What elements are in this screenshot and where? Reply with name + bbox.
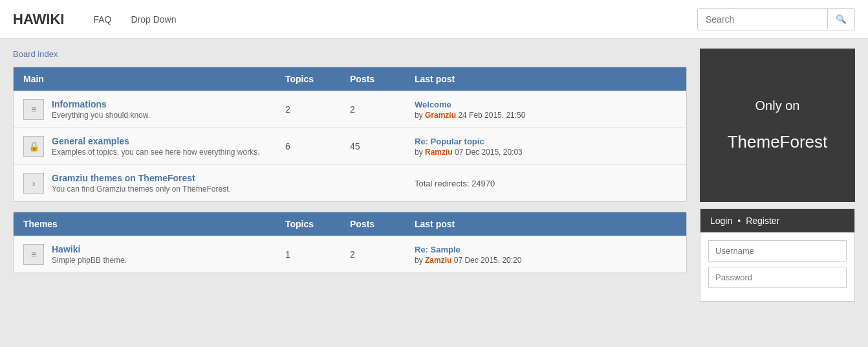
col-lastpost-themes: Last post — [415, 219, 677, 229]
posts-count-hawiki: 2 — [350, 249, 415, 260]
table-row: ≡ Hawiki Simple phpBB theme. 1 2 Re: Sam… — [14, 236, 686, 273]
last-post-informations: Welcome by Gramziu 24 Feb 2015, 21:50 — [415, 99, 677, 120]
login-block: Login • Register — [700, 208, 855, 302]
login-header: Login • Register — [700, 209, 854, 232]
redirect-info: Total redirects: 24970 — [415, 178, 677, 188]
col-posts-themes: Posts — [350, 219, 415, 229]
forum-link-general[interactable]: General examples — [52, 136, 260, 146]
col-title-themes: Themes — [23, 219, 285, 229]
forum-link-hawiki[interactable]: Hawiki — [52, 244, 127, 254]
username-input[interactable] — [708, 240, 847, 262]
login-body — [700, 232, 854, 301]
last-post-by-hawiki: by Zamziu 07 Dec 2015, 20:20 — [415, 256, 677, 265]
ad-line2: ThemeForest — [713, 129, 842, 156]
forum-icon-general: 🔒 — [23, 136, 44, 157]
last-post-general: Re: Popular topic by Ramziu 07 Dec 2015,… — [415, 136, 677, 157]
search-icon: 🔍 — [836, 14, 847, 24]
forum-title-cell: Gramziu themes on ThemeForest You can fi… — [52, 173, 231, 194]
forum-icon-informations: ≡ — [23, 99, 44, 120]
list-icon: ≡ — [31, 104, 36, 115]
table-row: ≡ Informations Everything you should kno… — [14, 91, 686, 128]
forum-section-themes: Themes Topics Posts Last post ≡ Hawiki S… — [13, 212, 687, 273]
forum-link-gramziu[interactable]: Gramziu themes on ThemeForest — [52, 173, 231, 183]
password-input[interactable] — [708, 267, 847, 288]
search-input[interactable] — [698, 9, 827, 30]
ad-line1: Only on — [713, 95, 842, 116]
last-post-author-general[interactable]: Ramziu — [425, 148, 453, 157]
redirect-text: Total redirects: 24970 — [415, 179, 495, 188]
nav-dropdown[interactable]: Drop Down — [121, 9, 186, 30]
col-title-main: Main — [23, 74, 285, 84]
table-row: 🔒 General examples Examples of topics, y… — [14, 128, 686, 164]
last-post-by-general: by Ramziu 07 Dec 2015, 20:03 — [415, 148, 677, 157]
sidebar-ad-block: Only on ThemeForest — [700, 49, 855, 202]
nav-faq[interactable]: FAQ — [83, 9, 121, 30]
main-nav: FAQ Drop Down — [83, 9, 697, 30]
login-link[interactable]: Login — [710, 216, 732, 226]
login-separator: • — [737, 216, 741, 226]
site-logo[interactable]: HAWIKI — [13, 11, 64, 28]
forum-title-cell: Informations Everything you should know. — [52, 99, 150, 120]
last-post-date-informations: 24 Feb 2015, 21:50 — [458, 111, 525, 120]
forum-title-cell: Hawiki Simple phpBB theme. — [52, 244, 127, 265]
search-box: 🔍 — [697, 8, 855, 30]
main-wrapper: Board index Main Topics Posts Last post … — [0, 39, 868, 311]
lock-icon: 🔒 — [28, 141, 39, 151]
forum-link-informations[interactable]: Informations — [52, 99, 150, 109]
list-icon: ≡ — [31, 249, 36, 260]
topics-count-general: 6 — [285, 141, 350, 151]
forum-icon-gramziu: › — [23, 173, 44, 194]
posts-count-informations: 2 — [350, 104, 415, 115]
table-row: › Gramziu themes on ThemeForest You can … — [14, 164, 686, 201]
last-post-date-general: 07 Dec 2015, 20:03 — [455, 148, 523, 157]
register-link[interactable]: Register — [746, 216, 779, 226]
last-post-link-informations[interactable]: Welcome — [415, 100, 451, 109]
forum-desc-informations: Everything you should know. — [52, 111, 150, 120]
topics-count-hawiki: 1 — [285, 249, 350, 260]
last-post-date-hawiki: 07 Dec 2015, 20:20 — [454, 256, 522, 265]
forum-section-header-themes: Themes Topics Posts Last post — [14, 212, 686, 236]
forum-desc-general: Examples of topics, you can see here how… — [52, 148, 260, 157]
last-post-link-hawiki[interactable]: Re: Sample — [415, 245, 461, 254]
col-topics-main: Topics — [285, 74, 350, 84]
search-button[interactable]: 🔍 — [827, 9, 854, 29]
header: HAWIKI FAQ Drop Down 🔍 — [0, 0, 868, 39]
forum-icon-cell: ≡ Informations Everything you should kno… — [23, 99, 285, 120]
col-topics-themes: Topics — [285, 219, 350, 229]
forum-icon-cell: 🔒 General examples Examples of topics, y… — [23, 136, 285, 157]
col-posts-main: Posts — [350, 74, 415, 84]
content-area: Board index Main Topics Posts Last post … — [13, 49, 687, 302]
last-post-author-informations[interactable]: Gramziu — [425, 111, 456, 120]
last-post-by-informations: by Gramziu 24 Feb 2015, 21:50 — [415, 111, 677, 120]
forum-icon-hawiki: ≡ — [23, 244, 44, 265]
forum-desc-gramziu: You can find Gramziu themes only on Them… — [52, 185, 231, 194]
forum-icon-cell: › Gramziu themes on ThemeForest You can … — [23, 173, 285, 194]
last-post-hawiki: Re: Sample by Zamziu 07 Dec 2015, 20:20 — [415, 244, 677, 265]
forum-icon-cell: ≡ Hawiki Simple phpBB theme. — [23, 244, 285, 265]
posts-count-general: 45 — [350, 141, 415, 151]
last-post-link-general[interactable]: Re: Popular topic — [415, 137, 484, 146]
sidebar: Only on ThemeForest Login • Register — [700, 49, 855, 302]
topics-count-informations: 2 — [285, 104, 350, 115]
chevron-right-icon: › — [32, 178, 36, 188]
col-lastpost-main: Last post — [415, 74, 677, 84]
breadcrumb-link[interactable]: Board index — [13, 49, 58, 59]
breadcrumb: Board index — [13, 49, 687, 59]
forum-section-header-main: Main Topics Posts Last post — [14, 67, 686, 91]
forum-section-main: Main Topics Posts Last post ≡ Informatio… — [13, 67, 687, 202]
last-post-author-hawiki[interactable]: Zamziu — [425, 256, 451, 265]
forum-title-cell: General examples Examples of topics, you… — [52, 136, 260, 157]
forum-desc-hawiki: Simple phpBB theme. — [52, 256, 127, 265]
